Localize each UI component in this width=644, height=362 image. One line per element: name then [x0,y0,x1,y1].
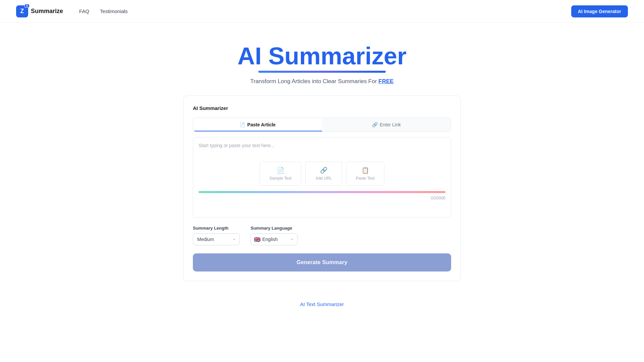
footer-ai-text-link[interactable]: AI Text Summarizer [300,301,344,307]
hero-subtitle: Transform Long Articles into Clear Summa… [7,78,637,85]
summary-language-group: Summary Language 🇬🇧 English Spanish Fren… [251,226,298,245]
logo-icon: Z AI [16,5,28,17]
paste-text-icon: 📋 [362,167,369,174]
nav-faq[interactable]: FAQ [79,8,89,14]
language-select-wrapper: 🇬🇧 English Spanish French German Chinese [251,233,298,245]
logo-link[interactable]: Z AI Summarize [16,5,63,17]
enter-link-icon: 🔗 [372,122,378,127]
logo-name: Summarize [31,8,63,15]
nav-testimonials[interactable]: Testimonials [100,8,128,14]
options-row: Summary Length Short Medium Long Summary… [193,226,451,245]
add-url-icon: 🔗 [320,167,327,174]
summary-language-label: Summary Language [251,226,298,231]
paste-text-button[interactable]: 📋 Paste Text [346,162,384,186]
free-link[interactable]: FREE [378,78,393,84]
tab-enter-link[interactable]: 🔗 Enter Link [322,118,451,131]
rainbow-bar [199,191,445,193]
paste-article-icon: 📄 [239,122,245,127]
generate-summary-button[interactable]: Generate Summary [193,253,451,272]
main-card: AI Summarizer 📄 Paste Article 🔗 Enter Li… [183,96,461,281]
hero-title: AI Summarizer [237,43,407,73]
footer-section: AI Text Summarizer [0,281,644,314]
sample-text-icon: 📄 [277,167,284,174]
text-input-area[interactable]: Start typing or paste your text here... … [193,137,451,218]
navbar: Z AI Summarize FAQ Testimonials AI Image… [0,0,644,23]
add-url-button[interactable]: 🔗 Add URL [305,162,342,186]
summary-language-select[interactable]: English Spanish French German Chinese [251,233,298,245]
hero-section: AI Summarizer Transform Long Articles in… [0,23,644,96]
char-count: 0/20000 [199,196,445,200]
tab-paste-article[interactable]: 📄 Paste Article [193,118,322,131]
card-title: AI Summarizer [193,105,451,111]
hero-underline [258,71,386,73]
summary-length-label: Summary Length [193,226,240,231]
summary-length-group: Summary Length Short Medium Long [193,226,240,245]
logo-badge: AI [24,4,30,8]
tabs-container: 📄 Paste Article 🔗 Enter Link [193,118,451,132]
ai-image-generator-button[interactable]: AI Image Generator [571,5,628,17]
card-wrapper: AI Summarizer 📄 Paste Article 🔗 Enter Li… [176,96,468,281]
logo-letter: Z [20,8,24,15]
summary-length-select[interactable]: Short Medium Long [193,233,240,245]
sample-text-button[interactable]: 📄 Sample Text [260,162,301,186]
textarea-placeholder: Start typing or paste your text here... [199,143,445,148]
nav-links: FAQ Testimonials [79,8,571,14]
action-buttons-row: 📄 Sample Text 🔗 Add URL 📋 Paste Text [199,162,445,186]
